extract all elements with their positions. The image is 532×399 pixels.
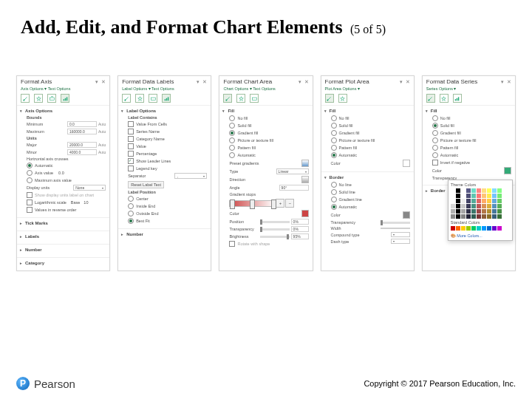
color-drop[interactable] <box>403 160 410 167</box>
rb-gradient-fill[interactable] <box>432 130 438 136</box>
border-color-drop[interactable] <box>403 211 410 219</box>
rb-gradient-fill[interactable] <box>229 130 235 136</box>
cross-max-radio[interactable] <box>27 177 33 183</box>
section-fill[interactable]: Fill <box>426 108 511 115</box>
rb-center[interactable] <box>128 196 134 202</box>
rb-best-fit[interactable] <box>128 218 134 224</box>
rb-automatic[interactable] <box>331 152 337 158</box>
section-tick-marks[interactable]: Tick Marks <box>21 220 106 227</box>
gradient-bar[interactable] <box>229 200 275 207</box>
cb-percentage[interactable] <box>128 151 134 157</box>
rb-solid-fill[interactable] <box>432 123 438 129</box>
rb-solid-fill[interactable] <box>331 123 337 129</box>
size-icon[interactable] <box>149 94 157 103</box>
cb-category-name[interactable] <box>128 136 134 142</box>
bright-input[interactable]: 95% <box>291 233 309 239</box>
pane-subtools[interactable]: Plot Area Options ▾ <box>321 86 414 92</box>
pane-controls[interactable]: ▾ ✕ <box>501 79 512 85</box>
separator-drop[interactable]: , <box>174 173 207 179</box>
section-label-options[interactable]: Label Options <box>122 108 207 115</box>
pane-subtools[interactable]: Series Options ▾ <box>423 86 515 92</box>
minor-input[interactable]: 4000.0 <box>67 149 97 155</box>
cross-val-input[interactable]: 0.0 <box>58 171 75 175</box>
cb-leader-lines[interactable] <box>128 158 134 164</box>
cross-val-radio[interactable] <box>27 170 33 176</box>
preset-drop[interactable] <box>301 160 309 167</box>
rb-solid-line[interactable] <box>331 189 337 195</box>
pane-subtools[interactable]: Axis Options ▾ Text Options <box>17 86 109 92</box>
position-slider[interactable] <box>260 221 290 223</box>
max-auto[interactable]: Auto <box>98 129 106 134</box>
pane-subtools[interactable]: Chart Options ▾ Text Options <box>219 86 312 92</box>
major-auto[interactable]: Auto <box>98 143 106 147</box>
section-axis-options[interactable]: Axis Options <box>21 108 106 115</box>
more-colors-link[interactable]: 🎨 More Colors... <box>451 232 510 238</box>
max-input[interactable]: 160000.0 <box>67 129 97 134</box>
rb-picture-fill[interactable] <box>331 137 337 143</box>
disp-drop[interactable]: None <box>73 185 106 191</box>
reset-label-text-button[interactable]: Reset Label Text <box>128 181 164 188</box>
rb-solid-fill[interactable] <box>229 123 235 129</box>
pane-controls[interactable]: ▾ ✕ <box>197 79 208 85</box>
size-icon[interactable] <box>47 94 56 103</box>
rb-outside-end[interactable] <box>128 211 134 216</box>
cb-value-from-cells[interactable] <box>128 121 134 127</box>
section-category[interactable]: Category <box>21 260 106 267</box>
dash-drop[interactable] <box>391 239 410 244</box>
pane-subtools[interactable]: Label Options ▾ Text Options <box>118 86 211 92</box>
dir-drop[interactable] <box>301 176 309 183</box>
rb-gradient-line[interactable] <box>331 197 337 202</box>
rb-no-fill[interactable] <box>229 115 235 121</box>
border-trans-slider[interactable] <box>381 222 410 224</box>
fill-line-icon[interactable] <box>122 94 131 103</box>
color-drop[interactable] <box>301 210 309 217</box>
type-drop[interactable]: Linear <box>276 168 309 174</box>
axis-options-icon[interactable] <box>61 94 69 103</box>
add-stop-button[interactable]: + <box>276 199 284 208</box>
min-auto[interactable]: Auto <box>98 122 106 126</box>
series-color-drop[interactable] <box>504 167 511 174</box>
effects-icon[interactable] <box>34 94 43 103</box>
label-options-icon[interactable] <box>162 94 171 103</box>
effects-icon[interactable] <box>236 94 245 103</box>
rb-automatic-line[interactable] <box>331 204 337 210</box>
angle-input[interactable]: 90° <box>279 185 309 191</box>
cb-series-name[interactable] <box>128 129 134 134</box>
fill-line-icon[interactable] <box>21 94 30 103</box>
rb-no-fill[interactable] <box>432 115 438 121</box>
rb-automatic[interactable] <box>229 152 235 158</box>
border-width-input[interactable] <box>381 228 410 229</box>
major-input[interactable]: 20000.0 <box>67 142 97 148</box>
fill-line-icon[interactable] <box>325 94 334 103</box>
trans-slider[interactable] <box>260 228 290 231</box>
effects-icon[interactable] <box>440 94 449 103</box>
series-options-icon[interactable] <box>453 94 462 103</box>
standard-color-grid[interactable] <box>451 225 510 232</box>
log-cb[interactable] <box>27 200 33 205</box>
fill-line-icon[interactable] <box>426 94 435 103</box>
rev-cb[interactable] <box>27 207 33 213</box>
rb-gradient-fill[interactable] <box>331 130 337 136</box>
section-number[interactable]: Number <box>21 247 106 253</box>
rb-picture-fill[interactable] <box>229 137 235 143</box>
minor-auto[interactable]: Auto <box>98 150 106 154</box>
rb-inside-end[interactable] <box>128 203 134 209</box>
rb-picture-fill[interactable] <box>432 137 438 143</box>
min-input[interactable]: 0.0 <box>67 121 97 127</box>
section-fill[interactable]: Fill <box>223 108 308 115</box>
section-fill[interactable]: Fill <box>325 108 410 115</box>
pane-controls[interactable]: ▾ ✕ <box>95 79 106 85</box>
rb-pattern-fill[interactable] <box>229 145 235 151</box>
section-number[interactable]: Number <box>122 231 207 238</box>
effects-icon[interactable] <box>135 94 144 103</box>
bright-slider[interactable] <box>260 236 290 238</box>
rb-automatic[interactable] <box>432 152 438 158</box>
rb-no-line[interactable] <box>331 182 337 188</box>
compound-drop[interactable] <box>391 232 410 237</box>
size-icon[interactable] <box>250 94 259 103</box>
cb-value[interactable] <box>128 143 134 149</box>
pane-controls[interactable]: ▾ ✕ <box>400 79 411 85</box>
section-border[interactable]: Border <box>325 174 410 181</box>
effects-icon[interactable] <box>338 94 347 103</box>
cb-invert-neg[interactable] <box>432 160 438 166</box>
